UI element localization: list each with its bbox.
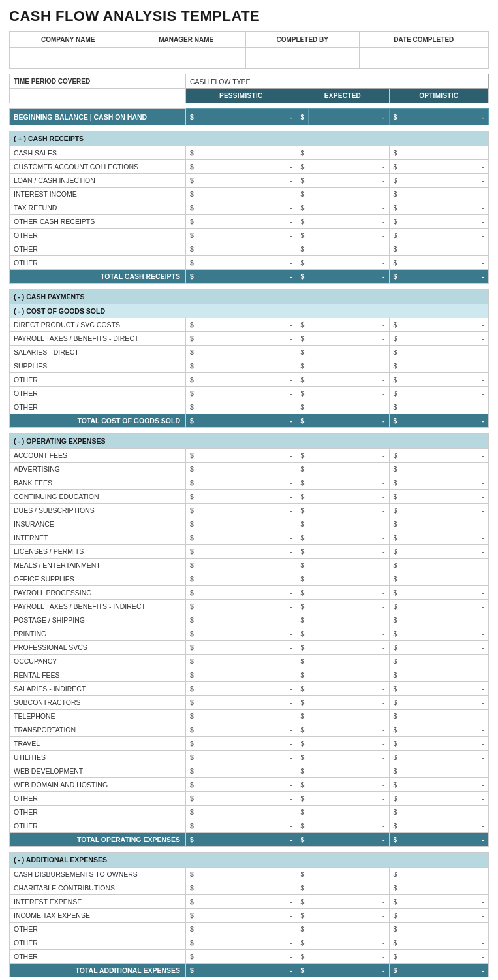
bb-dollar-2: $ [296,109,309,125]
bb-val-1[interactable]: - [198,109,296,125]
list-item: OTHER$-$-$- [10,256,489,270]
list-item: UTILITIES$-$-$- [10,751,489,764]
item-label: DUES / SUBSCRIPTIONS [10,504,186,517]
main-table: TIME PERIOD COVERED CASH FLOW TYPE PESSI… [9,74,489,980]
info-input-row [10,48,489,69]
item-label: TRANSPORTATION [10,723,186,737]
list-item: LICENSES / PERMITS$-$-$- [10,545,489,559]
item-label: SALARIES - DIRECT [10,346,186,359]
list-item: OTHER$-$-$- [10,923,489,936]
item-label: INTERNET [10,531,186,545]
list-item: INTEREST INCOME$-$-$- [10,188,489,201]
cash-receipts-header-row: ( + ) CASH RECEIPTS [10,131,489,146]
item-label: TAX REFUND [10,201,186,215]
total-additional-label: TOTAL ADDITIONAL EXPENSES [10,964,186,977]
list-item: OTHER$-$-$- [10,229,489,242]
pessimistic-header: PESSIMISTIC [186,89,296,103]
item-label: CASH SALES [10,146,186,160]
cogs-label: ( - ) COST OF GOODS SOLD [10,304,489,318]
date-completed-header: DATE COMPLETED [359,32,488,48]
list-item: OTHER$-$-$- [10,806,489,819]
list-item: PAYROLL TAXES / BENEFITS - DIRECT$-$-$- [10,332,489,346]
total-operating-label: TOTAL OPERATING EXPENSES [10,833,186,847]
bb-val-3[interactable]: - [401,109,489,125]
item-label: CHARITABLE CONTRIBUTIONS [10,881,186,895]
list-item: SALARIES - INDIRECT$-$-$- [10,682,489,696]
list-item: TRANSPORTATION$-$-$- [10,723,489,737]
item-label: OTHER [10,387,186,400]
date-completed-input[interactable] [359,48,488,69]
list-item: DUES / SUBSCRIPTIONS$-$-$- [10,504,489,517]
item-label: OTHER [10,806,186,819]
item-label: SALARIES - INDIRECT [10,682,186,696]
list-item: DIRECT PRODUCT / SVC COSTS$-$-$- [10,318,489,332]
list-item: WEB DEVELOPMENT$-$-$- [10,764,489,778]
item-label: SUBCONTRACTORS [10,696,186,710]
bb-val-2[interactable]: - [309,109,389,125]
list-item: OTHER$-$-$- [10,936,489,950]
item-label: UTILITIES [10,751,186,764]
manager-name-header: MANAGER NAME [127,32,245,48]
item-label: BANK FEES [10,476,186,490]
company-name-header: COMPANY NAME [10,32,127,48]
list-item: OTHER$-$-$- [10,242,489,256]
item-label: POSTAGE / SHIPPING [10,613,186,627]
completed-by-header: COMPLETED BY [245,32,359,48]
total-cash-receipts-label: TOTAL CASH RECEIPTS [10,270,186,284]
list-item: CASH SALES$-$-$- [10,146,489,160]
total-cogs-label: TOTAL COST OF GOODS SOLD [10,414,186,428]
info-table: COMPANY NAME MANAGER NAME COMPLETED BY D… [9,31,489,69]
item-label: ADVERTISING [10,463,186,476]
item-label: OTHER [10,256,186,270]
item-label: DIRECT PRODUCT / SVC COSTS [10,318,186,332]
company-name-input[interactable] [10,48,127,69]
list-item: TRAVEL$-$-$- [10,737,489,751]
item-label: OTHER [10,936,186,950]
item-label: ACCOUNT FEES [10,449,186,463]
item-label: PROFESSIONAL SVCS [10,641,186,655]
item-label: WEB DEVELOPMENT [10,764,186,778]
operating-expenses-header-row: ( - ) OPERATING EXPENSES [10,434,489,449]
item-label: OTHER [10,792,186,806]
item-label: TRAVEL [10,737,186,751]
beginning-balance-label: BEGINNING BALANCE | CASH ON HAND [10,109,186,125]
list-item: OTHER$-$-$- [10,387,489,400]
item-label: PAYROLL PROCESSING [10,586,186,600]
item-label: LOAN / CASH INJECTION [10,174,186,188]
list-item: ADVERTISING$-$-$- [10,463,489,476]
total-cogs-row: TOTAL COST OF GOODS SOLD $ - $ - $ - [10,414,489,428]
list-item: OFFICE SUPPLIES$-$-$- [10,572,489,586]
list-item: PAYROLL PROCESSING$-$-$- [10,586,489,600]
list-item: POSTAGE / SHIPPING$-$-$- [10,613,489,627]
list-item: PAYROLL TAXES / BENEFITS - INDIRECT$-$-$… [10,600,489,613]
cash-payments-header-row: ( - ) CASH PAYMENTS [10,289,489,304]
item-label: CONTINUING EDUCATION [10,490,186,504]
list-item: CONTINUING EDUCATION$-$-$- [10,490,489,504]
cash-flow-type-row: TIME PERIOD COVERED CASH FLOW TYPE [10,74,489,89]
item-label: TELEPHONE [10,710,186,723]
additional-expenses-label: ( - ) ADDITIONAL EXPENSES [10,853,489,868]
total-cash-receipts-row: TOTAL CASH RECEIPTS $ - $ - $ - [10,270,489,284]
list-item: SUPPLIES$-$-$- [10,359,489,373]
item-label: OTHER [10,400,186,414]
list-item: TAX REFUND$-$-$- [10,201,489,215]
beginning-balance-row: BEGINNING BALANCE | CASH ON HAND $ - $ -… [10,109,489,125]
item-label: INSURANCE [10,517,186,531]
list-item: PROFESSIONAL SVCS$-$-$- [10,641,489,655]
item-label: OTHER [10,373,186,387]
list-item: OTHER$-$-$- [10,819,489,833]
item-label: LICENSES / PERMITS [10,545,186,559]
cash-flow-type-label: CASH FLOW TYPE [186,74,489,89]
list-item: ACCOUNT FEES$-$-$- [10,449,489,463]
item-label: OTHER [10,923,186,936]
list-item: MEALS / ENTERTAINMENT$-$-$- [10,559,489,572]
list-item: WEB DOMAIN AND HOSTING$-$-$- [10,778,489,792]
item-label: OTHER [10,950,186,964]
item-label: INTEREST EXPENSE [10,895,186,909]
item-label: INCOME TAX EXPENSE [10,909,186,923]
item-label: OTHER [10,819,186,833]
list-item: OTHER CASH RECEIPTS$-$-$- [10,215,489,229]
list-item: CHARITABLE CONTRIBUTIONS$-$-$- [10,881,489,895]
manager-name-input[interactable] [127,48,245,69]
completed-by-input[interactable] [245,48,359,69]
